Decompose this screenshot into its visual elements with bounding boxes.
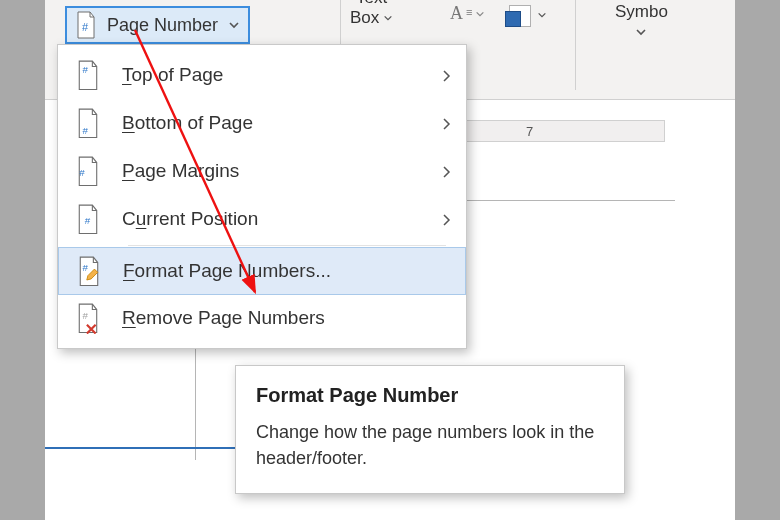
- app-stage: # Page Number Text Box A ≡: [45, 0, 735, 520]
- chevron-down-icon: [383, 13, 393, 23]
- tooltip-body: Change how the page numbers look in the …: [256, 419, 604, 471]
- menu-item-label: Page Margins: [122, 160, 239, 182]
- menu-item-current-position[interactable]: # Current Position: [58, 195, 466, 243]
- font-fill-equals: ≡: [466, 6, 472, 18]
- page-number-icon: #: [75, 11, 97, 39]
- page-remove-icon: #: [76, 303, 100, 333]
- menu-item-label: Current Position: [122, 208, 258, 230]
- chevron-right-icon: [442, 165, 452, 179]
- menu-item-label: Format Page Numbers...: [123, 260, 331, 282]
- menu-item-label: Top of Page: [122, 64, 223, 86]
- tooltip: Format Page Number Change how the page n…: [235, 365, 625, 494]
- symbols-button[interactable]: Symbo: [615, 2, 668, 38]
- chevron-down-icon: [228, 19, 240, 31]
- page-format-icon: #: [77, 256, 101, 286]
- chevron-down-icon: [537, 10, 547, 20]
- text-box-label-top: Text: [356, 0, 387, 8]
- font-fill-glyph: A: [450, 3, 463, 24]
- tooltip-title: Format Page Number: [256, 384, 604, 407]
- page-current-icon: #: [76, 204, 100, 234]
- svg-text:#: #: [82, 21, 89, 33]
- text-box-label-bottom: Box: [350, 8, 379, 28]
- chevron-down-icon: [635, 26, 647, 38]
- page-bottom-icon: #: [76, 108, 100, 138]
- menu-item-remove-page-numbers[interactable]: # Remove Page Numbers: [58, 294, 466, 342]
- chevron-right-icon: [442, 213, 452, 227]
- font-fill-button[interactable]: A ≡: [450, 3, 485, 24]
- menu-item-top-of-page[interactable]: # Top of Page: [58, 51, 466, 99]
- page-number-button[interactable]: # Page Number: [65, 6, 250, 44]
- content-control-button[interactable]: [505, 3, 547, 27]
- chevron-down-icon: [475, 9, 485, 19]
- footer-divider: [45, 447, 245, 449]
- menu-separator: [128, 245, 446, 246]
- menu-item-label: Bottom of Page: [122, 112, 253, 134]
- svg-text:#: #: [83, 64, 89, 75]
- text-box-button[interactable]: Text Box: [350, 0, 393, 28]
- svg-text:#: #: [83, 125, 89, 136]
- menu-item-page-margins[interactable]: # Page Margins: [58, 147, 466, 195]
- svg-text:#: #: [82, 262, 88, 273]
- svg-text:#: #: [85, 215, 91, 226]
- menu-item-format-page-numbers[interactable]: # Format Page Numbers...: [58, 247, 466, 295]
- svg-text:#: #: [83, 310, 89, 321]
- svg-text:#: #: [79, 167, 85, 178]
- menu-item-label: Remove Page Numbers: [122, 307, 325, 329]
- content-control-icon: [505, 3, 533, 27]
- page-top-icon: #: [76, 60, 100, 90]
- menu-item-bottom-of-page[interactable]: # Bottom of Page: [58, 99, 466, 147]
- chevron-right-icon: [442, 69, 452, 83]
- page-number-label: Page Number: [107, 15, 218, 36]
- page-number-menu: # Top of Page # Bottom of Page # Page Ma…: [57, 44, 467, 349]
- page-margins-icon: #: [76, 156, 100, 186]
- group-separator: [575, 0, 576, 90]
- chevron-right-icon: [442, 117, 452, 131]
- ruler-number: 7: [526, 124, 533, 139]
- symbols-label: Symbo: [615, 2, 668, 22]
